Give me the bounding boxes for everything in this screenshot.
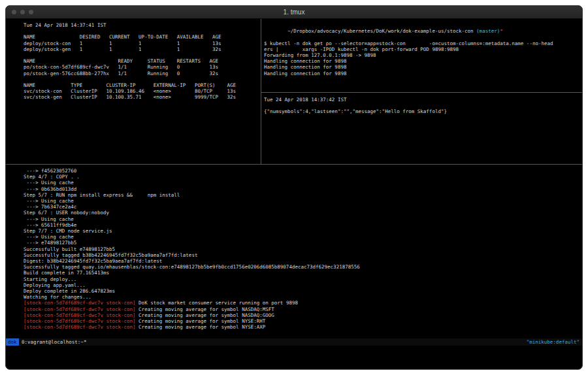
log-line: [stock-con-5d7df689cf-dwc7v stock-con] C… (24, 318, 360, 324)
pane-divider-right-horizontal[interactable] (261, 92, 582, 93)
log-prefix: [stock-con-5d7df689cf-dwc7v stock-con] (24, 300, 136, 306)
git-dirty-flag: * (500, 28, 503, 34)
pane-divider-vertical[interactable] (261, 19, 261, 164)
window-titlebar[interactable]: 1. tmux (6, 6, 582, 19)
tmux-status-bar: dok 0:vagrant@localhost:~* "minikube:def… (6, 338, 582, 346)
terminal-window: 1. tmux Tue 24 Apr 2018 14:37:41 IST NAM… (5, 5, 583, 370)
pane-kubectl-watch[interactable]: Tue 24 Apr 2018 14:37:41 IST NAME DESIRE… (24, 22, 236, 101)
log-message: Creating moving average for symbol NASDA… (136, 312, 274, 318)
log-message: Creating moving average for symbol NYSE:… (136, 324, 266, 330)
log-line: [stock-con-5d7df689cf-dwc7v stock-con] D… (24, 300, 360, 306)
log-message: Creating moving average for symbol NYSE:… (136, 318, 266, 324)
log-message: Creating moving average for symbol NASDA… (136, 306, 274, 312)
tmux-session: Tue 24 Apr 2018 14:37:41 IST NAME DESIRE… (6, 19, 582, 369)
git-branch-label: (master) (476, 28, 500, 34)
shell-prompt-path: ~/Dropbox/advocacy/Kubernetes/DoK/work/d… (287, 28, 476, 34)
pane-skaffold-log[interactable]: ---> f45623052760 Step 4/7 : COPY . . --… (24, 168, 360, 330)
build-log: ---> f45623052760 Step 4/7 : COPY . . --… (24, 168, 360, 300)
minimize-button[interactable] (20, 10, 25, 14)
shell-output: $ kubectl -n dok get po --selector=app=s… (264, 41, 553, 76)
traffic-lights (12, 6, 33, 18)
log-prefix: [stock-con-5d7df689cf-dwc7v stock-con] (24, 312, 136, 318)
pane-service-watch[interactable]: Tue 24 Apr 2018 14:37:42 IST {"numsymbol… (264, 97, 447, 115)
log-line: [stock-con-5d7df689cf-dwc7v stock-con] C… (24, 324, 360, 330)
pane-shell[interactable]: ~/Dropbox/advocacy/Kubernetes/DoK/work/d… (264, 22, 553, 76)
kube-context-indicator: "minikube:default" (527, 339, 582, 345)
window-list-item[interactable]: 0:vagrant@localhost:~* (19, 339, 87, 345)
close-button[interactable] (12, 10, 16, 14)
zoom-button[interactable] (29, 10, 33, 14)
session-name-badge: dok (6, 338, 19, 346)
log-message: DoK stock market consumer service runnin… (136, 300, 298, 306)
window-title: 1. tmux (6, 8, 582, 16)
log-line: [stock-con-5d7df689cf-dwc7v stock-con] C… (24, 306, 360, 312)
log-prefix: [stock-con-5d7df689cf-dwc7v stock-con] (24, 324, 136, 330)
log-line: [stock-con-5d7df689cf-dwc7v stock-con] C… (24, 312, 360, 318)
log-prefix: [stock-con-5d7df689cf-dwc7v stock-con] (24, 306, 136, 312)
pane-divider-horizontal[interactable] (6, 164, 582, 165)
shell-prompt-line: ~/Dropbox/advocacy/Kubernetes/DoK/work/d… (264, 22, 553, 41)
log-prefix: [stock-con-5d7df689cf-dwc7v stock-con] (24, 318, 136, 324)
